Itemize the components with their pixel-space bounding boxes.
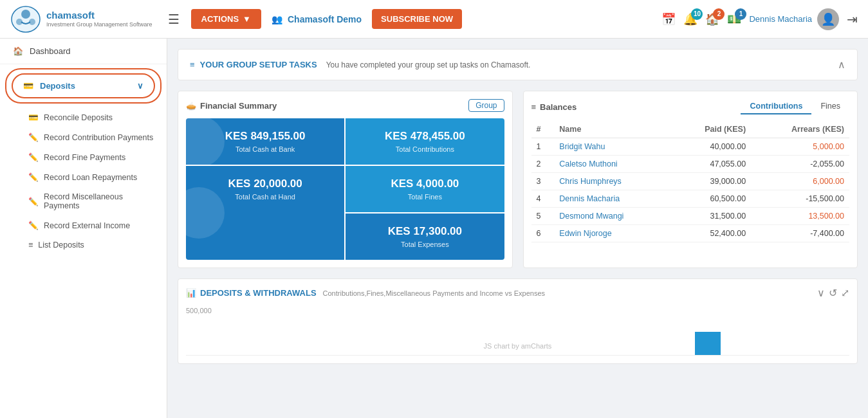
pie-icon: 🥧 <box>186 101 196 111</box>
row-arrears: 6,000.00 <box>751 173 849 190</box>
hamburger-button[interactable]: ☰ <box>163 9 185 30</box>
row-arrears: 5,000.00 <box>751 138 849 156</box>
logout-button[interactable]: ⇥ <box>847 12 858 27</box>
chart-expand-button[interactable]: ⤢ <box>841 287 849 299</box>
user-info[interactable]: Dennis Macharia 👤 <box>749 8 839 30</box>
external-icon: ✏️ <box>28 221 39 230</box>
money-badge: 1 <box>735 8 746 20</box>
dashboard-label: Dashboard <box>30 46 71 56</box>
sidebar-sub-external[interactable]: ✏️ Record External Income <box>0 215 167 235</box>
table-row: 6 Edwin Njoroge 52,400.00 -7,400.00 <box>531 225 850 242</box>
row-name[interactable]: Bridgit Wahu <box>554 138 670 156</box>
calendar-icon: 📅 <box>661 12 676 26</box>
logout-icon: ⇥ <box>847 12 858 27</box>
row-name[interactable]: Edwin Njoroge <box>554 225 670 242</box>
tile-fines-expenses: KES 4,000.00 Total Fines KES 17,300.00 T… <box>346 166 504 260</box>
setup-tasks-left: ≡ YOUR GROUP SETUP TASKS You have comple… <box>190 60 530 69</box>
tab-contributions[interactable]: Contributions <box>741 99 811 114</box>
content: ≡ YOUR GROUP SETUP TASKS You have comple… <box>167 39 868 418</box>
user-name: Dennis Macharia <box>749 14 812 24</box>
sidebar-sub-misc[interactable]: ✏️ Record Miscellaneous Payments <box>0 187 167 215</box>
tile-expenses-label: Total Expenses <box>355 241 495 248</box>
sidebar-item-dashboard[interactable]: 🏠 Dashboard <box>0 39 167 64</box>
actions-chevron-icon: ▼ <box>243 14 251 24</box>
tile-cash-bank-label: Total Cash at Bank <box>195 145 335 153</box>
tile-contributions: KES 478,455.00 Total Contributions <box>346 118 504 165</box>
avatar: 👤 <box>817 8 839 30</box>
table-row: 5 Desmond Mwangi 31,500.00 13,500.00 <box>531 208 850 225</box>
tile-fines-amount: KES 4,000.00 <box>355 177 495 190</box>
col-name: Name <box>554 121 670 138</box>
group-icon: 👥 <box>272 14 282 24</box>
chart-refresh-button[interactable]: ↺ <box>829 287 837 299</box>
notifications-button[interactable]: 🔔 10 <box>683 12 697 26</box>
svg-point-1 <box>21 10 30 19</box>
loan-label: Record Loan Repayments <box>44 173 137 182</box>
home-sidebar-icon: 🏠 <box>13 46 23 56</box>
row-num: 5 <box>531 208 555 225</box>
sidebar-item-deposits[interactable]: 💳 Deposits ∨ <box>12 73 155 98</box>
table-row: 4 Dennis Macharia 60,500.00 -15,500.00 <box>531 190 850 208</box>
tile-fines: KES 4,000.00 Total Fines <box>346 166 504 212</box>
setup-desc: You have completed your group set up tas… <box>326 60 531 69</box>
calendar-button[interactable]: 📅 <box>661 12 676 26</box>
row-name[interactable]: Caletso Muthoni <box>554 156 670 173</box>
misc-label: Record Miscellaneous Payments <box>44 192 154 210</box>
sidebar-sub-fine[interactable]: ✏️ Record Fine Payments <box>0 147 167 167</box>
chart-icon: 📊 <box>186 288 196 298</box>
list-icon: ≡ <box>28 241 33 250</box>
tile-cash-hand: KES 20,000.00 Total Cash at Hand <box>186 166 344 260</box>
balances-list-icon: ≡ <box>531 102 537 112</box>
table-row: 3 Chris Humphreys 39,000.00 6,000.00 <box>531 173 850 190</box>
subscribe-label: SUBSCRIBE NOW <box>381 14 453 24</box>
chart-y-label: 500,000 <box>186 307 212 314</box>
tile-cash-hand-amount: KES 20,000.00 <box>195 177 335 190</box>
col-arrears: Arrears (KES) <box>751 121 849 138</box>
fine-label: Record Fine Payments <box>44 153 125 162</box>
dw-actions: ∨ ↺ ⤢ <box>817 287 849 299</box>
row-name[interactable]: Desmond Mwangi <box>554 208 670 225</box>
chart-watermark: JS chart by amCharts <box>484 342 552 350</box>
summary-grid: 🥧 Financial Summary Group KES 849,155.00… <box>178 91 858 268</box>
row-arrears: 13,500.00 <box>751 208 849 225</box>
fine-icon: ✏️ <box>28 152 39 162</box>
sidebar-sub-loan[interactable]: ✏️ Record Loan Repayments <box>0 167 167 187</box>
loan-icon: ✏️ <box>28 172 39 182</box>
logo-sub: Investment Group Management Software <box>46 21 152 28</box>
subscribe-button[interactable]: SUBSCRIBE NOW <box>372 9 462 29</box>
balances-tabs: Contributions Fines <box>741 99 849 114</box>
row-num: 2 <box>531 156 555 173</box>
group-info: 👥 Chamasoft Demo <box>272 14 362 24</box>
chart-collapse-button[interactable]: ∨ <box>817 287 825 299</box>
row-paid: 47,055.00 <box>670 156 751 173</box>
actions-button[interactable]: ACTIONS ▼ <box>191 9 261 29</box>
financial-summary-title: 🥧 Financial Summary <box>186 101 277 111</box>
row-arrears: -2,055.00 <box>751 156 849 173</box>
financial-summary-card: 🥧 Financial Summary Group KES 849,155.00… <box>178 91 513 268</box>
dw-header: 📊 DEPOSITS & WITHDRAWALS Contributions,F… <box>186 287 849 299</box>
group-button[interactable]: Group <box>468 99 504 112</box>
row-name[interactable]: Dennis Macharia <box>554 190 670 208</box>
tile-cash-bank: KES 849,155.00 Total Cash at Bank <box>186 118 344 165</box>
balances-card: ≡ Balances Contributions Fines # Name Pa… <box>523 91 858 268</box>
setup-tasks-bar: ≡ YOUR GROUP SETUP TASKS You have comple… <box>178 49 858 80</box>
actions-label: ACTIONS <box>201 14 239 24</box>
deposits-label: Deposits <box>40 81 75 91</box>
logo-text: chamasoft <box>46 10 152 21</box>
list-label: List Deposits <box>38 241 84 250</box>
setup-collapse-button[interactable]: ∧ <box>838 59 845 71</box>
tile-cash-bank-amount: KES 849,155.00 <box>195 130 335 143</box>
row-name[interactable]: Chris Humphreys <box>554 173 670 190</box>
row-num: 3 <box>531 173 555 190</box>
tab-fines[interactable]: Fines <box>811 99 849 114</box>
sidebar-sub-reconcile[interactable]: 💳 Reconcile Deposits <box>0 107 167 127</box>
misc-icon: ✏️ <box>28 197 39 206</box>
tile-contributions-amount: KES 478,455.00 <box>355 130 495 143</box>
reconcile-icon: 💳 <box>28 113 39 122</box>
main-layout: 🏠 Dashboard 💳 Deposits ∨ 💳 Reconcile Dep… <box>0 39 868 418</box>
payments-button[interactable]: 💵 1 <box>727 12 741 26</box>
sidebar-sub-list[interactable]: ≡ List Deposits <box>0 235 167 255</box>
chart-bar <box>695 332 721 355</box>
home-button[interactable]: 🏠 2 <box>705 12 719 26</box>
sidebar-sub-contribution[interactable]: ✏️ Record Contribution Payments <box>0 127 167 147</box>
